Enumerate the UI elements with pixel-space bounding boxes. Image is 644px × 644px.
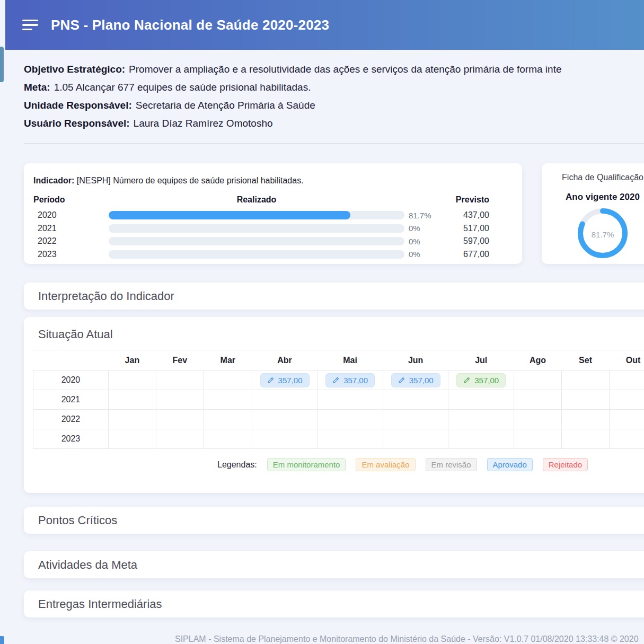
value-badge-aprovado[interactable]: 357,00 [260, 373, 310, 387]
usuario-value: Laura Díaz Ramírez Omotosho [134, 118, 273, 129]
month-header-row: JanFevMarAbrMaiJunJulAgoSetOut [33, 350, 644, 370]
indicator-row: 20220%597,00 [33, 235, 513, 248]
legend-badge-em-avaliação: Em avaliação [356, 458, 415, 471]
progress-bar-track [109, 211, 404, 219]
progress-bar-fill [109, 211, 350, 219]
indicator-table-header: Período Realizado Previsto [33, 193, 513, 207]
row-year-label: 2020 [33, 370, 109, 390]
month-header-ago: Ago [514, 350, 561, 370]
cell-2023-out [609, 429, 644, 449]
situacao-title: Situação Atual [38, 328, 644, 341]
pencil-icon [463, 376, 471, 384]
cell-2022-mai [317, 410, 383, 429]
year-column-header [33, 350, 109, 370]
hamburger-bar [22, 29, 32, 31]
progress-bar-track [109, 250, 404, 259]
cell-2022-set [562, 410, 610, 429]
cell-2022-fev [156, 410, 204, 429]
meta-info-block: Objetivo Estratégico:Promover a ampliaçã… [24, 60, 644, 133]
meta-value: 1.05 Alcançar 677 equipes de saúde prisi… [54, 82, 311, 93]
indicator-year: 2021 [33, 224, 109, 233]
legend-label: Legendas: [217, 460, 257, 470]
meta-label: Meta: [24, 82, 50, 93]
cell-2020-jun: 357,00 [383, 370, 448, 390]
cell-2022-out [609, 410, 644, 429]
donut-percentage: 81.7% [575, 206, 630, 263]
hamburger-bar [22, 24, 38, 26]
app-header: PNS - Plano Nacional de Saúde 2020-2023 [5, 0, 644, 50]
section-entregas-intermediarias[interactable]: Entregas Intermediárias [24, 590, 644, 617]
cell-2023-mai [317, 429, 383, 449]
cell-2021-jul [448, 390, 514, 410]
cell-2023-set [562, 429, 610, 449]
section-pontos-criticos[interactable]: Pontos Críticos [24, 507, 644, 534]
month-header-jun: Jun [383, 350, 448, 370]
indicator-card: Indicador: [NESPH] Número de equipes de … [24, 163, 522, 264]
cell-2023-fev [156, 429, 204, 449]
col-previsto: Previsto [439, 195, 513, 205]
section-title: Pontos Críticos [38, 514, 117, 527]
col-periodo: Período [33, 195, 109, 205]
table-row-2023: 2023 [33, 429, 644, 449]
cell-2023-mar [204, 429, 252, 449]
previsto-value: 677,00 [439, 250, 513, 259]
cell-2020-abr: 357,00 [252, 370, 317, 390]
progress-bar-track [109, 224, 404, 233]
indicator-year: 2022 [33, 236, 109, 246]
legend-badge-rejeitado: Rejeitado [543, 458, 588, 471]
cell-2022-abr [252, 410, 317, 429]
previsto-value: 517,00 [439, 224, 513, 233]
indicator-label: Indicador: [33, 176, 74, 185]
cell-2021-fev [156, 390, 204, 410]
cell-2020-fev [156, 370, 204, 390]
month-header-set: Set [562, 350, 610, 370]
cell-value: 357,00 [409, 376, 434, 385]
pencil-icon [398, 376, 405, 384]
left-edge-tab[interactable] [0, 47, 4, 82]
situacao-table: JanFevMarAbrMaiJunJulAgoSetOut2020357,00… [33, 350, 644, 449]
table-row-2020: 2020357,00357,00357,00357,00 [33, 370, 644, 390]
cell-2021-out [609, 390, 644, 410]
objetivo-label: Objetivo Estratégico: [24, 64, 125, 75]
legend-row: Legendas: Em monitoramentoEm avaliaçãoEm… [217, 458, 644, 471]
table-row-2022: 2022 [33, 410, 644, 429]
cell-2021-set [562, 390, 610, 410]
cell-2020-set [562, 370, 610, 390]
realizado-percentage: 0% [404, 250, 439, 259]
cell-2021-jun [383, 390, 448, 410]
row-year-label: 2021 [33, 390, 109, 410]
legend-badge-aprovado: Aprovado [487, 458, 533, 471]
cell-2020-out [609, 370, 644, 390]
value-badge-aprovado[interactable]: 357,00 [391, 373, 440, 387]
indicator-row: 20210%517,00 [33, 222, 513, 235]
previsto-value: 437,00 [439, 210, 513, 220]
section-interpretacao-indicador[interactable]: Interpretação do Indicador [24, 283, 644, 310]
ficha-title: Ficha de Qualificação [542, 173, 644, 182]
cell-2021-mai [317, 390, 383, 410]
cell-2020-jul: 357,00 [448, 370, 514, 390]
bottom-left-chip [0, 636, 4, 644]
cell-2023-ago [514, 429, 561, 449]
cell-2022-mar [204, 410, 252, 429]
cell-value: 357,00 [343, 376, 368, 385]
cell-value: 357,00 [474, 376, 499, 385]
value-badge-aprovado[interactable]: 357,00 [325, 373, 375, 387]
hamburger-menu-icon[interactable] [22, 20, 38, 31]
indicator-row: 20230%677,00 [33, 248, 513, 261]
month-header-mar: Mar [204, 350, 252, 370]
cell-value: 357,00 [278, 376, 303, 385]
cell-2021-mar [204, 390, 252, 410]
cell-2022-ago [514, 410, 561, 429]
value-badge-em_monitoramento[interactable]: 357,00 [456, 373, 506, 387]
section-atividades-da-meta[interactable]: Atividades da Meta [24, 551, 644, 578]
realizado-percentage: 0% [404, 237, 439, 246]
month-header-jul: Jul [448, 350, 514, 370]
objetivo-value: Promover a ampliação e a resolutividade … [129, 64, 561, 75]
unidade-value: Secretaria de Atenção Primária à Saúde [136, 100, 315, 111]
indicator-year: 2023 [33, 250, 109, 259]
unidade-label: Unidade Responsável: [24, 100, 132, 111]
cell-2023-jul [448, 429, 514, 449]
meta-line: Meta:1.05 Alcançar 677 equipes de saúde … [24, 78, 644, 96]
month-header-out: Out [609, 350, 644, 370]
indicator-row: 202081.7%437,00 [33, 209, 513, 222]
